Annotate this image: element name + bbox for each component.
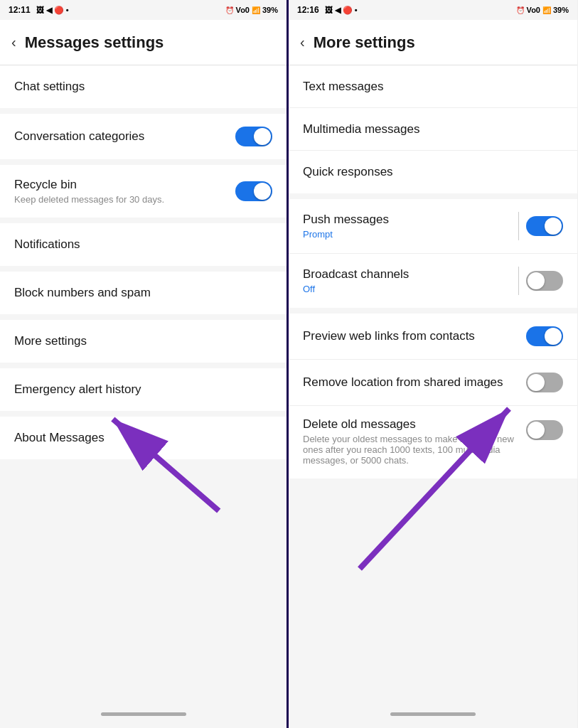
about-label: About Messages bbox=[14, 431, 272, 445]
clock-left: 12:11 bbox=[9, 5, 31, 15]
section-conversation: Conversation categories bbox=[0, 114, 287, 159]
preview-toggle[interactable] bbox=[526, 326, 563, 346]
chat-settings-content: Chat settings bbox=[14, 80, 272, 94]
delete-old-toggle[interactable] bbox=[526, 420, 563, 440]
settings-item-recycle[interactable]: Recycle bin Keep deleted messages for 30… bbox=[0, 165, 287, 218]
location-label: Remove location from shared images bbox=[303, 375, 526, 390]
settings-item-block[interactable]: Block numbers and spam bbox=[0, 272, 287, 314]
location-toggle[interactable] bbox=[526, 373, 563, 392]
push-toggle[interactable] bbox=[526, 216, 563, 236]
toggle-knob bbox=[254, 128, 271, 145]
broadcast-divider bbox=[518, 267, 519, 295]
section-text-messages: Text messages Multimedia messages Quick … bbox=[289, 65, 577, 193]
section-chat: Chat settings bbox=[0, 65, 287, 108]
conversation-content: Conversation categories bbox=[14, 129, 235, 144]
push-sublabel: Prompt bbox=[303, 229, 511, 240]
settings-item-text-messages[interactable]: Text messages bbox=[289, 65, 577, 108]
toggle-knob-delete-old bbox=[528, 422, 545, 439]
text-messages-content: Text messages bbox=[303, 80, 563, 94]
settings-item-multimedia[interactable]: Multimedia messages bbox=[289, 108, 577, 151]
right-screen: 12:16 🖼 ◀ 🔴 • ⏰ Vo0 📶 39% ‹ More setting… bbox=[289, 0, 577, 728]
section-recycle: Recycle bin Keep deleted messages for 30… bbox=[0, 165, 287, 218]
settings-item-conversation[interactable]: Conversation categories bbox=[0, 114, 287, 159]
battery-left: 39% bbox=[262, 6, 278, 14]
notifications-label: Notifications bbox=[14, 237, 272, 252]
settings-item-preview[interactable]: Preview web links from contacts bbox=[289, 314, 577, 360]
multimedia-label: Multimedia messages bbox=[303, 122, 563, 136]
signal-icon-right: 📶 bbox=[542, 6, 551, 14]
left-screen: 12:11 🖼 ◀ 🔴 • ⏰ Vo0 📶 39% ‹ Messages set… bbox=[0, 0, 289, 728]
settings-item-quick[interactable]: Quick responses bbox=[289, 151, 577, 193]
emergency-content: Emergency alert history bbox=[14, 382, 272, 397]
more-content: More settings bbox=[14, 334, 272, 348]
recycle-label: Recycle bin bbox=[14, 178, 235, 192]
multimedia-content: Multimedia messages bbox=[303, 122, 563, 136]
section-about: About Messages bbox=[0, 417, 287, 459]
emergency-label: Emergency alert history bbox=[14, 382, 272, 397]
status-icons-left: ⏰ Vo0 📶 39% bbox=[225, 6, 278, 14]
section-more: More settings bbox=[0, 320, 287, 363]
page-title-right: More settings bbox=[314, 33, 415, 52]
settings-item-notifications[interactable]: Notifications bbox=[0, 223, 287, 266]
broadcast-toggle[interactable] bbox=[526, 271, 563, 291]
home-indicator-right bbox=[390, 712, 476, 716]
recycle-toggle[interactable] bbox=[235, 181, 272, 201]
toggle-knob-location bbox=[528, 374, 545, 391]
back-button-left[interactable]: ‹ bbox=[11, 34, 16, 50]
settings-item-about[interactable]: About Messages bbox=[0, 417, 287, 459]
recycle-sublabel: Keep deleted messages for 30 days. bbox=[14, 194, 235, 205]
bottom-bar-left bbox=[0, 700, 287, 728]
toggle-knob-preview bbox=[545, 328, 562, 345]
wifi-icon: Vo0 bbox=[236, 6, 250, 14]
text-messages-label: Text messages bbox=[303, 80, 563, 94]
broadcast-label: Broadcast channels bbox=[303, 267, 511, 282]
wifi-icon-right: Vo0 bbox=[527, 6, 540, 14]
section-block: Block numbers and spam bbox=[0, 272, 287, 314]
header-left: ‹ Messages settings bbox=[0, 20, 287, 65]
more-label: More settings bbox=[14, 334, 272, 348]
chat-settings-label: Chat settings bbox=[14, 80, 272, 94]
conversation-label: Conversation categories bbox=[14, 129, 235, 144]
alarm-icon: ⏰ bbox=[225, 6, 234, 14]
block-content: Block numbers and spam bbox=[14, 286, 272, 300]
push-label: Push messages bbox=[303, 213, 511, 227]
time-left: 12:11 🖼 ◀ 🔴 • bbox=[9, 5, 69, 15]
quick-content: Quick responses bbox=[303, 165, 563, 179]
settings-item-more[interactable]: More settings bbox=[0, 320, 287, 363]
page-title-left: Messages settings bbox=[25, 33, 164, 52]
settings-item-push[interactable]: Push messages Prompt bbox=[289, 199, 577, 254]
time-right: 12:16 🖼 ◀ 🔴 • bbox=[297, 5, 358, 15]
location-content: Remove location from shared images bbox=[303, 375, 526, 390]
bottom-bar-right bbox=[289, 700, 577, 728]
toggle-knob-push bbox=[545, 218, 562, 235]
section-notifications: Notifications bbox=[0, 223, 287, 266]
status-bar-left: 12:11 🖼 ◀ 🔴 • ⏰ Vo0 📶 39% bbox=[0, 0, 287, 20]
block-label: Block numbers and spam bbox=[14, 286, 272, 300]
section-preview: Preview web links from contacts Remove l… bbox=[289, 314, 577, 478]
settings-item-broadcast[interactable]: Broadcast channels Off bbox=[289, 254, 577, 308]
conversation-toggle[interactable] bbox=[235, 127, 272, 146]
notification-icons-left: 🖼 ◀ 🔴 • bbox=[36, 6, 69, 15]
delete-old-content: Delete old messages Delete your oldest m… bbox=[303, 417, 526, 466]
alarm-icon-right: ⏰ bbox=[516, 6, 525, 14]
preview-content: Preview web links from contacts bbox=[303, 329, 526, 343]
settings-item-emergency[interactable]: Emergency alert history bbox=[0, 368, 287, 411]
settings-list-left: Chat settings Conversation categories Re… bbox=[0, 65, 287, 700]
home-indicator-left bbox=[101, 712, 186, 716]
delete-old-label: Delete old messages bbox=[303, 417, 526, 432]
broadcast-content: Broadcast channels Off bbox=[303, 267, 511, 294]
settings-item-location[interactable]: Remove location from shared images bbox=[289, 360, 577, 406]
push-divider bbox=[518, 212, 519, 240]
settings-item-chat[interactable]: Chat settings bbox=[0, 65, 287, 108]
status-bar-right: 12:16 🖼 ◀ 🔴 • ⏰ Vo0 📶 39% bbox=[289, 0, 577, 20]
section-push: Push messages Prompt Broadcast channels … bbox=[289, 199, 577, 308]
status-icons-right: ⏰ Vo0 📶 39% bbox=[516, 6, 569, 14]
settings-item-delete-old[interactable]: Delete old messages Delete your oldest m… bbox=[289, 406, 577, 478]
back-button-right[interactable]: ‹ bbox=[300, 34, 305, 50]
recycle-content: Recycle bin Keep deleted messages for 30… bbox=[14, 178, 235, 205]
header-right: ‹ More settings bbox=[289, 20, 577, 65]
preview-label: Preview web links from contacts bbox=[303, 329, 526, 343]
quick-label: Quick responses bbox=[303, 165, 563, 179]
signal-icon: 📶 bbox=[252, 6, 260, 14]
notification-icons-right: 🖼 ◀ 🔴 • bbox=[325, 6, 358, 15]
